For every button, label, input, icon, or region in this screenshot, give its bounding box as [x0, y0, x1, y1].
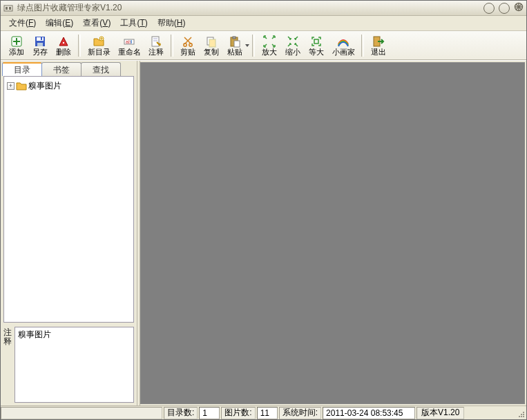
toolbar-separator [252, 33, 255, 58]
toolbar-separator [78, 33, 81, 58]
svg-rect-36 [521, 416, 522, 417]
svg-rect-10 [13, 41, 20, 42]
paste-icon [229, 35, 241, 48]
zoom-out-icon [287, 35, 299, 48]
status-version: 版本V1.20 [416, 407, 464, 419]
expand-toggle-icon[interactable]: + [7, 82, 15, 90]
sidebar: 目录 书签 查找 + 糗事图片 注 释 糗事图片 [1, 61, 137, 405]
svg-rect-37 [523, 416, 524, 417]
svg-rect-28 [233, 37, 236, 39]
toolbar-paste[interactable]: 粘贴 [223, 32, 247, 59]
toolbar-paste-dropdown[interactable] [245, 32, 249, 59]
zoom-in-icon [263, 35, 276, 48]
svg-rect-32 [523, 412, 524, 413]
toolbar-annotate[interactable]: 注释 [144, 32, 168, 59]
image-view-area[interactable] [140, 62, 525, 404]
menu-view[interactable]: 查看(V) [79, 16, 115, 30]
svg-point-24 [189, 43, 192, 46]
svg-rect-12 [37, 37, 44, 41]
folder-icon [16, 81, 27, 90]
tab-directory[interactable]: 目录 [2, 62, 42, 76]
svg-text:ab: ab [126, 39, 131, 44]
status-dir-label: 目录数: [164, 407, 198, 419]
tab-search[interactable]: 查找 [81, 62, 121, 76]
toolbar-zoom-out[interactable]: 缩小 [281, 32, 305, 59]
svg-rect-30 [314, 39, 318, 44]
toolbar-cut[interactable]: 剪贴 [176, 32, 200, 59]
zoom-actual-icon [310, 35, 323, 48]
window-controls [483, 2, 524, 14]
copy-icon [205, 35, 218, 48]
status-bar: 目录数: 1 图片数: 11 系统时间: 2011-03-24 08:53:45… [1, 405, 526, 419]
toolbar-separator [171, 33, 173, 58]
save-icon [34, 35, 46, 48]
svg-rect-34 [523, 414, 524, 415]
svg-point-23 [184, 43, 186, 46]
plus-icon [10, 35, 23, 48]
tab-bookmark[interactable]: 书签 [41, 62, 82, 76]
menu-tool[interactable]: 工具(T) [116, 16, 151, 30]
toolbar-add[interactable]: 添加 [5, 32, 28, 59]
menu-help[interactable]: 帮助(H) [153, 16, 190, 30]
toolbar-rename[interactable]: ab 重命名 [114, 32, 144, 59]
toolbar-newdir[interactable]: 新目录 [84, 32, 114, 59]
toolbar-zoom-actual[interactable]: 等大 [305, 32, 328, 59]
tree-item-label: 糗事图片 [28, 80, 61, 92]
svg-rect-14 [41, 37, 42, 40]
app-icon [3, 3, 13, 13]
resize-grip[interactable] [517, 407, 526, 419]
directory-tree[interactable]: + 糗事图片 [3, 76, 134, 323]
menu-bar: 文件(F) 编辑(E) 查看(V) 工具(T) 帮助(H) [1, 16, 526, 31]
toolbar: 添加 另存 删除 新目录 ab 重命名 注释 剪贴 复制 [1, 31, 526, 60]
status-time-label: 系统时间: [279, 407, 321, 419]
main-area: 目录 书签 查找 + 糗事图片 注 释 糗事图片 [1, 60, 526, 405]
svg-rect-33 [521, 414, 522, 415]
exit-icon [372, 35, 385, 48]
cut-icon [182, 35, 194, 48]
status-time-value: 2011-03-24 08:53:45 [323, 407, 415, 419]
maximize-button[interactable] [499, 3, 510, 14]
note-icon [150, 35, 162, 48]
toolbar-copy[interactable]: 复制 [200, 32, 223, 59]
close-button[interactable] [514, 2, 524, 14]
toolbar-painter[interactable]: 小画家 [328, 32, 358, 59]
toolbar-exit[interactable]: 退出 [367, 32, 390, 59]
sidebar-tabs: 目录 书签 查找 [1, 61, 137, 76]
svg-rect-15 [63, 42, 64, 44]
svg-rect-20 [152, 37, 159, 46]
delete-icon [57, 35, 70, 48]
svg-rect-35 [519, 416, 520, 417]
toolbar-saveas[interactable]: 另存 [28, 32, 52, 59]
toolbar-zoom-in[interactable]: 放大 [258, 32, 281, 59]
painter-icon [337, 35, 349, 48]
tree-item[interactable]: + 糗事图片 [7, 79, 131, 92]
notes-textarea[interactable]: 糗事图片 [15, 327, 134, 403]
toolbar-delete[interactable]: 删除 [52, 32, 75, 59]
svg-rect-26 [209, 39, 215, 47]
title-bar: 绿点图片收藏管理专家V1.20 [1, 1, 526, 16]
status-spacer [1, 407, 162, 419]
status-img-label: 图片数: [221, 407, 255, 419]
notes-panel: 注 释 糗事图片 [3, 327, 134, 403]
svg-rect-29 [234, 41, 240, 47]
toolbar-separator [361, 33, 364, 58]
svg-rect-1 [6, 7, 8, 10]
svg-rect-2 [9, 7, 11, 10]
rename-icon: ab [123, 35, 135, 48]
new-folder-icon [93, 35, 105, 48]
window-title: 绿点图片收藏管理专家V1.20 [17, 2, 483, 14]
status-dir-value: 1 [199, 407, 220, 419]
minimize-button[interactable] [483, 3, 495, 14]
status-img-value: 11 [257, 407, 278, 419]
notes-label: 注 释 [3, 327, 13, 403]
menu-edit[interactable]: 编辑(E) [41, 16, 77, 30]
menu-file[interactable]: 文件(F) [5, 16, 40, 30]
app-window: 绿点图片收藏管理专家V1.20 文件(F) 编辑(E) 查看(V) 工具(T) … [0, 0, 527, 420]
svg-rect-13 [37, 43, 43, 46]
svg-rect-0 [4, 6, 12, 11]
